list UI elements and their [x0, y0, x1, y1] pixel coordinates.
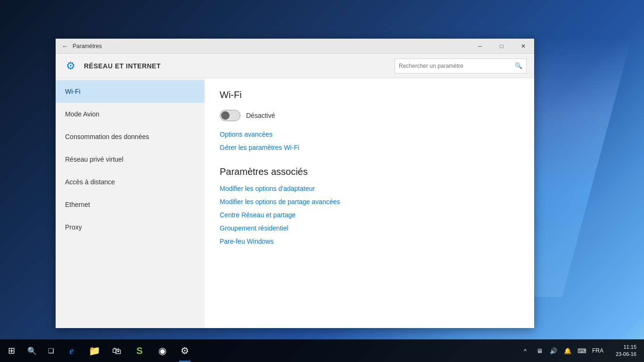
chevron-icon: ^	[524, 347, 527, 354]
sidebar-item-remote[interactable]: Accès à distance	[56, 171, 205, 193]
close-button[interactable]: ✕	[512, 39, 534, 54]
sharing-options-link[interactable]: Modifier les options de partage avancées	[220, 198, 519, 206]
advanced-options-link[interactable]: Options avancées	[220, 131, 519, 138]
firewall-link[interactable]: Pare-feu Windows	[220, 238, 519, 245]
taskbar: ⊞ 🔍 ❑ e 📁 🛍 S ◉ ⚙	[0, 339, 644, 362]
clock-time: 11:15	[623, 344, 636, 351]
keyboard-icon[interactable]: ⌨	[575, 339, 588, 362]
window-title: Paramètres	[73, 43, 469, 49]
wifi-toggle[interactable]	[220, 110, 240, 121]
volume-icon[interactable]: 🔊	[547, 339, 560, 362]
taskbar-clock[interactable]: 11:15 23-06-16	[607, 344, 640, 358]
notification-bell-icon: 🔔	[564, 347, 571, 354]
taskbar-app-chrome[interactable]: ◉	[151, 339, 173, 362]
sidebar-item-data[interactable]: Consommation des données	[56, 125, 205, 148]
search-input[interactable]	[399, 63, 513, 69]
minimize-button[interactable]: ─	[469, 39, 491, 54]
system-tray-expand[interactable]: ^	[519, 339, 532, 362]
taskbar-system-tray: ^ 🖥 🔊 🔔 ⌨ FRA 11:15 23-06-16	[519, 339, 644, 362]
settings-window: ← Paramètres ─ □ ✕ ⚙ RÉSEAU ET INTERNET …	[56, 39, 534, 328]
taskbar-apps: e 📁 🛍 S ◉ ⚙	[60, 339, 519, 362]
network-center-link[interactable]: Centre Réseau et partage	[220, 211, 519, 219]
chrome-icon: ◉	[158, 345, 166, 356]
sidebar-item-airplane[interactable]: Mode Avion	[56, 103, 205, 125]
store-icon: 🛍	[112, 346, 122, 356]
maximize-button[interactable]: □	[491, 39, 512, 54]
shopify-icon: S	[136, 346, 142, 356]
adapter-options-link[interactable]: Modifier les options d'adaptateur	[220, 185, 519, 192]
desktop: ← Paramètres ─ □ ✕ ⚙ RÉSEAU ET INTERNET …	[0, 0, 644, 362]
task-view-button[interactable]: ❑	[41, 339, 60, 362]
header-bar: ⚙ RÉSEAU ET INTERNET 🔍	[56, 54, 534, 78]
taskbar-search-button[interactable]: 🔍	[23, 339, 41, 362]
taskbar-app-settings[interactable]: ⚙	[173, 339, 196, 362]
explorer-icon: 📁	[89, 345, 100, 356]
wifi-status-label: Désactivé	[246, 112, 275, 119]
taskbar-search-icon: 🔍	[27, 346, 37, 355]
sidebar-item-wifi[interactable]: Wi-Fi	[56, 80, 205, 103]
sidebar-item-vpn[interactable]: Réseau privé virtuel	[56, 148, 205, 171]
manage-wifi-link[interactable]: Gérer les paramètres Wi-Fi	[220, 144, 519, 151]
settings-category-icon: ⚙	[63, 58, 78, 74]
settings-icon: ⚙	[181, 345, 189, 356]
back-button[interactable]: ←	[59, 41, 71, 52]
start-icon: ⊞	[8, 346, 15, 356]
network-status-icon: 🖥	[537, 347, 543, 354]
titlebar: ← Paramètres ─ □ ✕	[56, 39, 534, 54]
clock-date: 23-06-16	[616, 351, 636, 358]
notification-icon[interactable]: 🔔	[561, 339, 574, 362]
taskbar-app-edge[interactable]: e	[60, 339, 83, 362]
keyboard-layout-icon: ⌨	[578, 347, 586, 354]
language-indicator[interactable]: FRA	[589, 347, 606, 354]
search-icon: 🔍	[515, 62, 522, 69]
taskbar-app-shopify[interactable]: S	[128, 339, 151, 362]
homegroup-link[interactable]: Groupement résidentiel	[220, 224, 519, 232]
titlebar-controls: ─ □ ✕	[469, 39, 534, 54]
category-title: RÉSEAU ET INTERNET	[84, 62, 395, 70]
search-box[interactable]: 🔍	[395, 58, 527, 74]
sidebar-item-ethernet[interactable]: Ethernet	[56, 193, 205, 216]
taskbar-app-store[interactable]: 🛍	[106, 339, 128, 362]
sidebar: Wi-Fi Mode Avion Consommation des donnée…	[56, 78, 205, 328]
taskbar-app-explorer[interactable]: 📁	[83, 339, 106, 362]
task-view-icon: ❑	[48, 347, 54, 354]
sound-icon: 🔊	[550, 347, 557, 354]
sidebar-item-proxy[interactable]: Proxy	[56, 216, 205, 239]
network-icon[interactable]: 🖥	[533, 339, 546, 362]
edge-icon: e	[70, 346, 74, 356]
start-button[interactable]: ⊞	[0, 339, 23, 362]
content-area: Wi-Fi Mode Avion Consommation des donnée…	[56, 78, 534, 328]
main-content: Wi-Fi Désactivé Options avancées Gérer l…	[205, 78, 534, 328]
related-section-title: Paramètres associés	[220, 166, 519, 177]
page-title: Wi-Fi	[220, 90, 519, 100]
wifi-toggle-row: Désactivé	[220, 110, 519, 121]
